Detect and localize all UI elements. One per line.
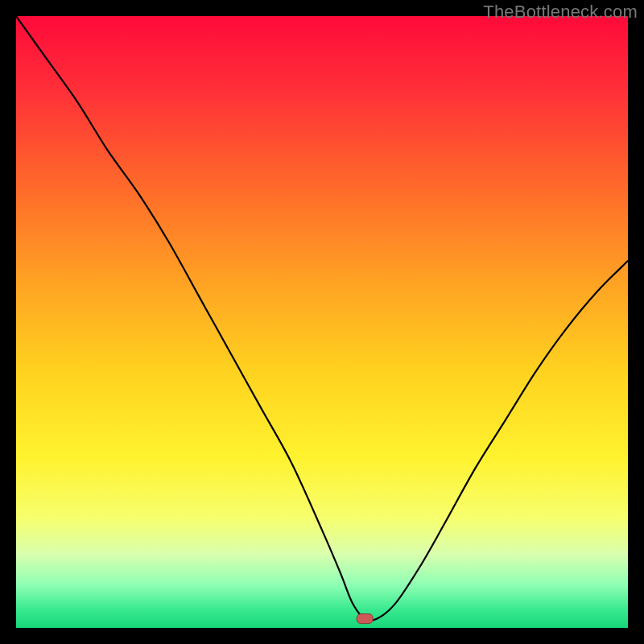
plot-area	[16, 16, 628, 628]
chart-svg	[16, 16, 628, 628]
chart-frame: TheBottleneck.com	[0, 0, 644, 644]
minimum-marker	[357, 614, 373, 624]
gradient-background	[16, 16, 628, 628]
watermark-text: TheBottleneck.com	[483, 2, 638, 23]
